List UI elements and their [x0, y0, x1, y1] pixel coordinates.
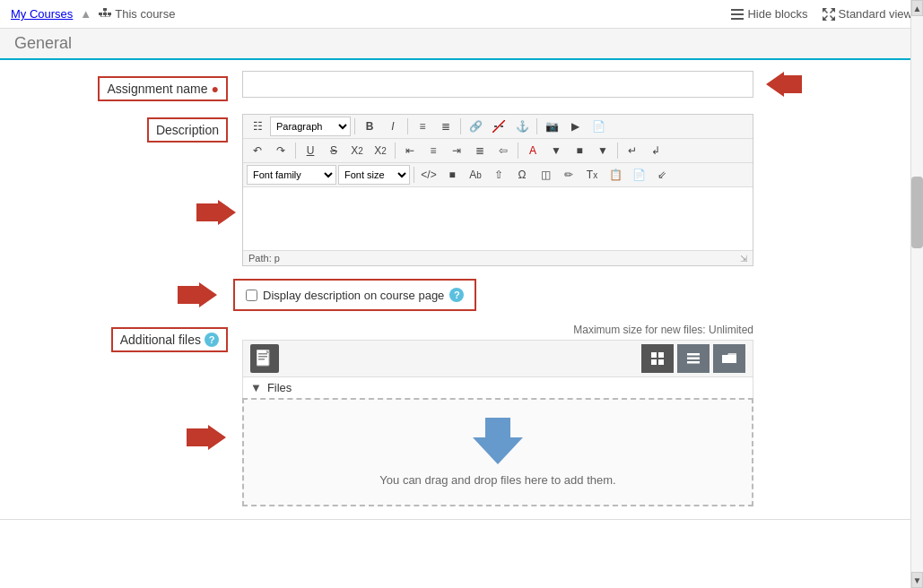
media-btn[interactable]: ▶: [564, 117, 586, 136]
toolbar-grid-btn[interactable]: ☷: [247, 117, 268, 136]
align-left-btn[interactable]: ⇤: [399, 141, 421, 160]
files-folder-name[interactable]: Files: [267, 381, 292, 394]
subscript-btn[interactable]: X2: [346, 141, 368, 160]
description-label: Description: [147, 117, 228, 143]
this-course-label: This course: [115, 7, 175, 21]
rtl-btn[interactable]: ↲: [645, 141, 666, 160]
display-description-box: Display description on course page ?: [233, 279, 476, 311]
this-course-link[interactable]: This course: [99, 7, 175, 21]
svg-marker-31: [187, 425, 226, 450]
paste-btn[interactable]: 📄: [628, 165, 649, 185]
grid-view-btn[interactable]: [641, 344, 674, 373]
toolbar-sep-4: [536, 118, 537, 134]
red-right-arrow-2: [178, 282, 217, 307]
fullscreen-btn[interactable]: ⇙: [651, 165, 673, 185]
undo-btn[interactable]: ↶: [247, 141, 268, 160]
red-right-arrow-3: [187, 425, 226, 450]
italic-btn[interactable]: I: [382, 117, 404, 136]
files-toolbar-right: [641, 344, 745, 373]
display-description-row: Display description on course page ?: [233, 279, 923, 311]
font-color-btn[interactable]: A: [522, 141, 544, 160]
hide-blocks-link[interactable]: Hide blocks: [731, 7, 807, 21]
anchor-btn[interactable]: ⚓: [511, 117, 533, 136]
svg-rect-30: [687, 361, 700, 364]
assignment-name-label-col: Assignment name ●: [9, 71, 242, 101]
upload-btn[interactable]: ⇧: [488, 165, 509, 185]
ltr-btn[interactable]: ↵: [622, 141, 643, 160]
editor-body[interactable]: [243, 187, 753, 250]
bold-btn[interactable]: B: [359, 117, 380, 136]
align-center-btn[interactable]: ≡: [422, 141, 444, 160]
align-left2-btn[interactable]: ⇦: [492, 141, 514, 160]
svg-rect-21: [258, 356, 267, 358]
font-family-select[interactable]: Font family: [247, 165, 336, 185]
section-divider: [0, 519, 923, 520]
font-color-down[interactable]: ▼: [545, 141, 567, 160]
svg-marker-15: [766, 72, 802, 97]
superscript-btn[interactable]: X2: [370, 141, 391, 160]
description-field-col: ☷ Paragraph B I ≡ ≣ 🔗: [242, 114, 914, 266]
additional-files-help-icon[interactable]: ?: [205, 333, 219, 347]
align-right-btn[interactable]: ⇥: [446, 141, 467, 160]
table-btn[interactable]: ◫: [535, 165, 556, 185]
assignment-name-input[interactable]: [242, 71, 753, 98]
bg-color-btn[interactable]: ■: [569, 141, 590, 160]
scrollbar-track: ▲ ▼: [910, 0, 923, 538]
folder-icon: ▼: [250, 381, 262, 394]
unordered-list-btn[interactable]: ≡: [412, 117, 433, 136]
svg-rect-3: [108, 13, 111, 15]
svg-rect-1: [99, 13, 102, 15]
resize-handle[interactable]: ⇲: [740, 254, 747, 264]
link-btn[interactable]: 🔗: [465, 117, 486, 136]
svg-rect-8: [100, 16, 109, 17]
display-description-help-icon[interactable]: ?: [449, 288, 464, 302]
insert-btn[interactable]: ■: [441, 165, 463, 185]
rich-text-editor: ☷ Paragraph B I ≡ ≣ 🔗: [242, 114, 753, 266]
clear-format-btn[interactable]: ✏: [558, 165, 579, 185]
section-heading: General: [0, 29, 923, 60]
svg-marker-18: [178, 282, 217, 307]
red-left-arrow: [766, 72, 802, 97]
standard-view-link[interactable]: Standard view: [823, 7, 912, 21]
toolbar-sep-5: [295, 143, 296, 159]
image-btn[interactable]: 📷: [541, 117, 562, 136]
file-btn[interactable]: 📄: [588, 117, 609, 136]
bg-color-down[interactable]: ▼: [592, 141, 614, 160]
unlink-btn[interactable]: [488, 117, 509, 136]
files-drop-zone[interactable]: You can drag and drop files here to add …: [242, 398, 753, 506]
editor-body-wrapper: [243, 187, 753, 250]
toolbar-sep-7: [518, 143, 518, 159]
my-courses-link[interactable]: My Courses: [11, 7, 73, 21]
standard-view-label: Standard view: [839, 7, 912, 21]
strikethrough-btn[interactable]: S: [323, 141, 344, 160]
copy-btn[interactable]: 📋: [605, 165, 626, 185]
assignment-name-field-col: [242, 71, 914, 98]
folder-view-btn[interactable]: [713, 344, 745, 373]
svg-rect-29: [687, 358, 700, 360]
scrollbar-thumb[interactable]: [911, 177, 923, 248]
paste-text-btn[interactable]: Tx: [581, 165, 603, 185]
ordered-list-btn[interactable]: ≣: [435, 117, 457, 136]
scrollbar-up-btn[interactable]: ▲: [911, 0, 923, 16]
additional-files-label-col: Additional files ?: [9, 324, 242, 352]
font-size-select[interactable]: Font size: [338, 165, 410, 185]
file-doc-icon: [250, 344, 279, 373]
underline-btn[interactable]: U: [300, 141, 321, 160]
assignment-name-input-row: [242, 71, 914, 98]
char-map-btn[interactable]: Ab: [465, 165, 486, 185]
description-row: Description ☷ Paragraph B I ≡: [0, 114, 923, 266]
assignment-name-row: Assignment name ●: [0, 71, 923, 101]
display-description-checkbox[interactable]: [246, 290, 257, 301]
special-char-btn[interactable]: Ω: [511, 165, 533, 185]
svg-rect-7: [109, 15, 110, 17]
paragraph-select[interactable]: Paragraph: [270, 117, 351, 136]
redo-btn[interactable]: ↷: [270, 141, 292, 160]
drop-arrow-head: [473, 437, 523, 464]
files-toolbar: [242, 340, 753, 376]
toolbar-sep-2: [407, 118, 408, 134]
toolbar-sep-8: [617, 143, 618, 159]
svg-rect-28: [687, 353, 700, 356]
code-btn[interactable]: </>: [418, 165, 440, 185]
align-justify-btn[interactable]: ≣: [469, 141, 491, 160]
list-view-btn[interactable]: [677, 344, 710, 373]
